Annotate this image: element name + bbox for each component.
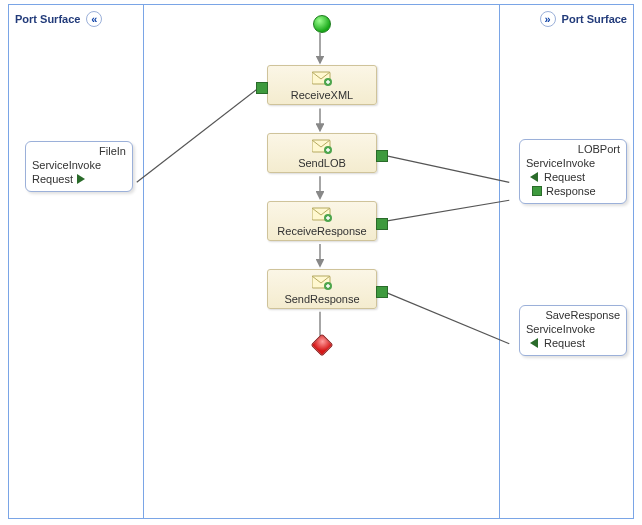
left-port-surface-header: Port Surface « — [15, 11, 102, 27]
port-file-in-name: FileIn — [32, 145, 128, 157]
start-node[interactable] — [313, 15, 331, 33]
orchestration-canvas: Port Surface « Port Surface » — [8, 4, 634, 519]
port-save-response-name: SaveResponse — [526, 309, 622, 321]
receive-icon — [312, 70, 332, 88]
port-file-in[interactable]: FileIn ServiceInvoke Request — [25, 141, 133, 192]
port-lob-response-row[interactable]: Response — [526, 185, 622, 197]
shape-receive-xml-label: ReceiveXML — [268, 89, 376, 101]
collapse-right-icon[interactable]: » — [540, 11, 556, 27]
port-save-response-request-row[interactable]: Request — [526, 337, 622, 349]
port-file-in-request-label: Request — [32, 173, 73, 185]
port-lob[interactable]: LOBPort ServiceInvoke Request Response — [519, 139, 627, 204]
left-divider — [143, 5, 144, 518]
right-divider — [499, 5, 500, 518]
shape-send-response-label: SendResponse — [268, 293, 376, 305]
send-icon — [312, 138, 332, 156]
shape-receive-response-label: ReceiveResponse — [268, 225, 376, 237]
svg-line-7 — [380, 200, 509, 222]
port-endpoint-icon — [532, 186, 542, 196]
shape-receive-response[interactable]: ReceiveResponse — [267, 201, 377, 241]
port-file-in-op: ServiceInvoke — [32, 159, 128, 171]
shape-send-lob-label: SendLOB — [268, 157, 376, 169]
shape-receive-xml[interactable]: ReceiveXML — [267, 65, 377, 105]
svg-line-6 — [380, 154, 509, 182]
port-endpoint-icon — [77, 174, 85, 184]
collapse-left-icon[interactable]: « — [86, 11, 102, 27]
right-port-surface-header: Port Surface » — [540, 11, 627, 27]
stub-receive-xml-left[interactable] — [256, 82, 268, 94]
port-lob-response-label: Response — [546, 185, 596, 197]
port-save-response-op: ServiceInvoke — [526, 323, 622, 335]
shape-send-response[interactable]: SendResponse — [267, 269, 377, 309]
svg-line-8 — [380, 290, 509, 344]
end-node[interactable] — [311, 334, 334, 357]
port-lob-request-label: Request — [544, 171, 585, 183]
port-endpoint-icon — [530, 172, 538, 182]
shape-send-lob[interactable]: SendLOB — [267, 133, 377, 173]
svg-line-5 — [137, 87, 261, 183]
stub-send-response-right[interactable] — [376, 286, 388, 298]
port-endpoint-icon — [530, 338, 538, 348]
port-lob-name: LOBPort — [526, 143, 622, 155]
send-icon — [312, 274, 332, 292]
receive-icon — [312, 206, 332, 224]
port-save-response-request-label: Request — [544, 337, 585, 349]
port-save-response[interactable]: SaveResponse ServiceInvoke Request — [519, 305, 627, 356]
port-lob-op: ServiceInvoke — [526, 157, 622, 169]
stub-receive-response-right[interactable] — [376, 218, 388, 230]
port-lob-request-row[interactable]: Request — [526, 171, 622, 183]
port-file-in-request-row[interactable]: Request — [32, 173, 128, 185]
left-port-surface-label: Port Surface — [15, 13, 80, 25]
stub-send-lob-right[interactable] — [376, 150, 388, 162]
right-port-surface-label: Port Surface — [562, 13, 627, 25]
